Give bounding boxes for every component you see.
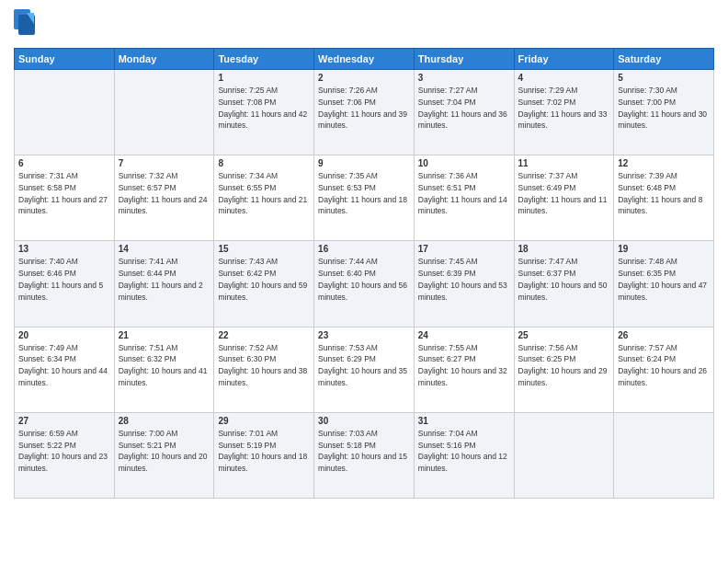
calendar-cell: 23Sunrise: 7:53 AMSunset: 6:29 PMDayligh…: [314, 327, 415, 412]
day-info: Sunrise: 7:48 AMSunset: 6:35 PMDaylight:…: [618, 256, 710, 303]
sunrise-text: Sunrise: 6:59 AM: [18, 429, 78, 438]
daylight-text: Daylight: 11 hours and 30 minutes.: [618, 109, 707, 131]
sunset-text: Sunset: 6:58 PM: [18, 183, 76, 192]
calendar-week-row: 27Sunrise: 6:59 AMSunset: 5:22 PMDayligh…: [15, 412, 714, 498]
day-number: 21: [119, 330, 210, 340]
sunset-text: Sunset: 5:19 PM: [218, 441, 276, 450]
day-info: Sunrise: 7:39 AMSunset: 6:48 PMDaylight:…: [618, 170, 710, 217]
sunrise-text: Sunrise: 7:49 AM: [18, 343, 78, 352]
sunrise-text: Sunrise: 7:27 AM: [418, 86, 478, 95]
day-info: Sunrise: 7:35 AMSunset: 6:53 PMDaylight:…: [318, 170, 410, 217]
day-number: 3: [418, 73, 510, 83]
calendar-cell: [514, 412, 614, 498]
sunrise-text: Sunrise: 7:44 AM: [318, 257, 378, 266]
sunset-text: Sunset: 6:53 PM: [318, 183, 376, 192]
calendar-cell: 19Sunrise: 7:48 AMSunset: 6:35 PMDayligh…: [614, 241, 714, 327]
day-info: Sunrise: 7:04 AMSunset: 5:16 PMDaylight:…: [418, 428, 510, 475]
sunrise-text: Sunrise: 7:30 AM: [618, 86, 677, 95]
sunrise-text: Sunrise: 7:53 AM: [318, 343, 378, 352]
daylight-text: Daylight: 10 hours and 20 minutes.: [119, 452, 208, 473]
weekday-header: Wednesday: [314, 49, 415, 70]
calendar-cell: 13Sunrise: 7:40 AMSunset: 6:46 PMDayligh…: [15, 241, 115, 327]
daylight-text: Daylight: 10 hours and 15 minutes.: [318, 452, 407, 473]
sunset-text: Sunset: 6:49 PM: [518, 183, 576, 192]
calendar-cell: 3Sunrise: 7:27 AMSunset: 7:04 PMDaylight…: [414, 70, 514, 155]
sunset-text: Sunset: 6:55 PM: [218, 183, 276, 192]
weekday-header: Friday: [514, 49, 614, 70]
day-info: Sunrise: 7:56 AMSunset: 6:25 PMDaylight:…: [518, 342, 610, 389]
day-info: Sunrise: 7:45 AMSunset: 6:39 PMDaylight:…: [418, 256, 510, 303]
day-number: 13: [18, 244, 110, 254]
day-number: 8: [218, 158, 310, 168]
sunset-text: Sunset: 6:48 PM: [618, 183, 676, 192]
sunset-text: Sunset: 7:06 PM: [318, 98, 376, 107]
day-info: Sunrise: 6:59 AMSunset: 5:22 PMDaylight:…: [18, 428, 110, 475]
sunset-text: Sunset: 6:37 PM: [518, 269, 576, 278]
day-number: 20: [18, 330, 110, 340]
daylight-text: Daylight: 10 hours and 56 minutes.: [318, 281, 407, 302]
day-number: 25: [518, 330, 610, 340]
sunrise-text: Sunrise: 7:55 AM: [418, 343, 478, 352]
sunrise-text: Sunrise: 7:40 AM: [18, 257, 78, 266]
sunset-text: Sunset: 6:34 PM: [18, 354, 76, 363]
calendar-table: SundayMondayTuesdayWednesdayThursdayFrid…: [14, 48, 714, 499]
sunset-text: Sunset: 6:32 PM: [119, 354, 176, 363]
calendar-cell: 30Sunrise: 7:03 AMSunset: 5:18 PMDayligh…: [314, 412, 415, 498]
calendar-cell: [114, 70, 214, 155]
day-info: Sunrise: 7:00 AMSunset: 5:21 PMDaylight:…: [119, 428, 210, 475]
sunset-text: Sunset: 6:44 PM: [119, 269, 176, 278]
daylight-text: Daylight: 10 hours and 12 minutes.: [418, 452, 507, 473]
day-info: Sunrise: 7:47 AMSunset: 6:37 PMDaylight:…: [518, 256, 610, 303]
calendar-cell: 10Sunrise: 7:36 AMSunset: 6:51 PMDayligh…: [414, 155, 514, 241]
calendar-cell: 26Sunrise: 7:57 AMSunset: 6:24 PMDayligh…: [614, 327, 714, 412]
daylight-text: Daylight: 11 hours and 24 minutes.: [119, 195, 208, 216]
day-number: 26: [618, 330, 710, 340]
day-number: 5: [618, 73, 710, 83]
calendar-cell: 7Sunrise: 7:32 AMSunset: 6:57 PMDaylight…: [114, 155, 214, 241]
day-number: 1: [218, 73, 310, 83]
weekday-header: Monday: [114, 49, 214, 70]
sunrise-text: Sunrise: 7:56 AM: [518, 343, 578, 352]
daylight-text: Daylight: 10 hours and 47 minutes.: [618, 281, 707, 302]
sunrise-text: Sunrise: 7:25 AM: [218, 86, 278, 95]
day-number: 9: [318, 158, 410, 168]
day-info: Sunrise: 7:37 AMSunset: 6:49 PMDaylight:…: [518, 170, 610, 217]
sunrise-text: Sunrise: 7:36 AM: [418, 171, 478, 180]
sunrise-text: Sunrise: 7:35 AM: [318, 171, 378, 180]
daylight-text: Daylight: 10 hours and 53 minutes.: [418, 281, 507, 302]
day-info: Sunrise: 7:41 AMSunset: 6:44 PMDaylight:…: [119, 256, 210, 303]
sunrise-text: Sunrise: 7:48 AM: [618, 257, 677, 266]
calendar-cell: 6Sunrise: 7:31 AMSunset: 6:58 PMDaylight…: [15, 155, 115, 241]
day-info: Sunrise: 7:30 AMSunset: 7:00 PMDaylight:…: [618, 85, 710, 132]
day-info: Sunrise: 7:32 AMSunset: 6:57 PMDaylight:…: [119, 170, 210, 217]
calendar-cell: 8Sunrise: 7:34 AMSunset: 6:55 PMDaylight…: [214, 155, 314, 241]
day-info: Sunrise: 7:29 AMSunset: 7:02 PMDaylight:…: [518, 85, 610, 132]
day-info: Sunrise: 7:03 AMSunset: 5:18 PMDaylight:…: [318, 428, 410, 475]
sunrise-text: Sunrise: 7:29 AM: [518, 86, 578, 95]
day-info: Sunrise: 7:25 AMSunset: 7:08 PMDaylight:…: [218, 85, 310, 132]
logo-icon: [14, 9, 40, 40]
day-info: Sunrise: 7:34 AMSunset: 6:55 PMDaylight:…: [218, 170, 310, 217]
daylight-text: Daylight: 11 hours and 11 minutes.: [518, 195, 608, 216]
day-number: 18: [518, 244, 610, 254]
calendar-week-row: 1Sunrise: 7:25 AMSunset: 7:08 PMDaylight…: [15, 70, 714, 155]
weekday-header: Tuesday: [214, 49, 314, 70]
calendar-cell: 20Sunrise: 7:49 AMSunset: 6:34 PMDayligh…: [15, 327, 115, 412]
sunset-text: Sunset: 7:02 PM: [518, 98, 576, 107]
daylight-text: Daylight: 10 hours and 41 minutes.: [119, 366, 208, 387]
sunrise-text: Sunrise: 7:37 AM: [518, 171, 578, 180]
day-info: Sunrise: 7:44 AMSunset: 6:40 PMDaylight:…: [318, 256, 410, 303]
day-number: 27: [18, 416, 110, 426]
daylight-text: Daylight: 10 hours and 35 minutes.: [318, 366, 407, 387]
weekday-header: Saturday: [614, 49, 714, 70]
daylight-text: Daylight: 11 hours and 8 minutes.: [618, 195, 702, 216]
calendar-cell: 11Sunrise: 7:37 AMSunset: 6:49 PMDayligh…: [514, 155, 614, 241]
sunrise-text: Sunrise: 7:57 AM: [618, 343, 677, 352]
daylight-text: Daylight: 11 hours and 5 minutes.: [18, 281, 103, 302]
daylight-text: Daylight: 10 hours and 18 minutes.: [218, 452, 307, 473]
daylight-text: Daylight: 10 hours and 29 minutes.: [518, 366, 608, 387]
sunset-text: Sunset: 5:21 PM: [119, 441, 176, 450]
calendar-cell: 5Sunrise: 7:30 AMSunset: 7:00 PMDaylight…: [614, 70, 714, 155]
sunrise-text: Sunrise: 7:43 AM: [218, 257, 278, 266]
day-number: 12: [618, 158, 710, 168]
